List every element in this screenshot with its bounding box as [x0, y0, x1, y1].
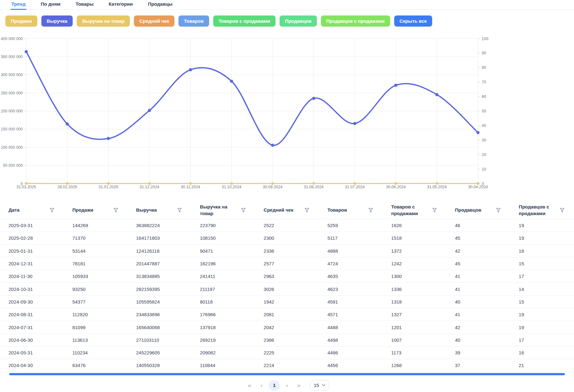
next-page-button[interactable]: ›	[282, 381, 292, 390]
cell-date: 2025-01-31	[0, 248, 64, 254]
cell-value: 21	[510, 363, 574, 368]
filter-funnel-icon[interactable]	[560, 208, 565, 213]
table-row[interactable]: 2024-08-31112820234833896176966208145711…	[0, 308, 574, 321]
left-axis-label: 150 000 000	[1, 127, 23, 131]
chevron-down-icon	[322, 384, 325, 386]
column-header-label: Дата	[9, 207, 20, 213]
column-header-label: Выручка на товар	[200, 204, 239, 217]
filter-funnel-icon[interactable]	[113, 208, 118, 213]
table-row[interactable]: 2024-04-30634761405503281108442214445612…	[0, 359, 574, 372]
data-point-Продажи[interactable]	[25, 182, 27, 185]
table-row[interactable]: 2025-03-31144269363882224223790252252591…	[0, 219, 574, 232]
data-point-Продажи[interactable]	[436, 182, 438, 185]
tab-trend[interactable]: Тренд	[11, 0, 26, 9]
series-toggle-hide-all[interactable]: Скрыть все	[394, 15, 432, 27]
data-point-Выручка[interactable]	[353, 122, 356, 125]
data-point-Продажи[interactable]	[353, 182, 356, 185]
data-point-Выручка[interactable]	[435, 93, 438, 96]
data-point-Продажи[interactable]	[148, 182, 151, 185]
cell-value: 1327	[383, 312, 446, 317]
x-axis-label: 30.06.2024	[386, 185, 406, 189]
series-toggle-sales[interactable]: Продажи	[5, 15, 37, 27]
data-point-Продажи[interactable]	[477, 182, 479, 185]
x-axis-label: 31.05.2024	[427, 185, 447, 189]
cell-value: 209062	[191, 350, 255, 355]
tab-products[interactable]: Товары	[75, 0, 94, 9]
tab-by-days[interactable]: По дням	[40, 0, 61, 9]
data-point-Продажи[interactable]	[189, 182, 192, 185]
cell-value: 211197	[191, 286, 255, 292]
filter-funnel-icon[interactable]	[368, 208, 373, 213]
page-size-select[interactable]: 15	[310, 380, 329, 390]
left-axis-label: 400 000 000	[1, 37, 23, 41]
left-axis-label: 300 000 000	[1, 73, 23, 77]
current-page-button[interactable]: 1	[269, 380, 280, 391]
table-row[interactable]: 2024-11-30105933313834885241411296346351…	[0, 270, 574, 283]
data-point-Выручка[interactable]	[312, 97, 315, 100]
filter-funnel-icon[interactable]	[177, 208, 182, 213]
cell-value: 4571	[319, 312, 383, 317]
cell-value: 3026	[255, 286, 319, 292]
data-point-Продажи[interactable]	[66, 182, 69, 185]
cell-value: 40	[446, 337, 510, 343]
prev-page-button[interactable]: ‹	[257, 381, 266, 390]
tab-categories[interactable]: Категории	[108, 0, 133, 9]
series-toggle-avg-check[interactable]: Средний чек	[134, 15, 174, 27]
table-row[interactable]: 2024-12-31781812014478871621962577472412…	[0, 257, 574, 270]
filter-funnel-icon[interactable]	[305, 208, 309, 213]
cell-value: 45	[446, 235, 510, 241]
filter-funnel-icon[interactable]	[50, 208, 54, 213]
table-row[interactable]: 2024-06-30113613271103110269219238644981…	[0, 334, 574, 347]
column-header-5: Товаров	[319, 205, 383, 215]
data-point-Продажи[interactable]	[395, 182, 397, 185]
cell-value: 80118	[191, 299, 255, 305]
cell-value: 54377	[64, 299, 128, 305]
data-point-Выручка[interactable]	[25, 50, 28, 53]
series-toggle-sellers-with-sales[interactable]: Продавцов с продажами	[321, 15, 390, 27]
cell-value: 46	[446, 223, 510, 228]
cell-value: 1626	[383, 223, 446, 228]
table-body: 2025-03-31144269363882224223790252252591…	[0, 219, 574, 372]
data-point-Выручка[interactable]	[394, 84, 397, 87]
trend-chart[interactable]: 400 000 000350 000 000300 000 000250 000…	[0, 29, 574, 192]
data-point-Продажи[interactable]	[107, 182, 110, 185]
cell-date: 2024-11-30	[0, 274, 64, 279]
series-toggle-revenue-per-product[interactable]: Выручка на товар	[77, 15, 130, 27]
series-toggle-products[interactable]: Товаров	[178, 15, 209, 27]
data-point-Выручка[interactable]	[476, 131, 480, 134]
series-toggle-revenue[interactable]: Выручка	[41, 15, 73, 27]
table-row[interactable]: 2025-02-28713701641718031081502300511715…	[0, 232, 574, 244]
first-page-button[interactable]: «	[245, 381, 254, 390]
series-toggle-sellers[interactable]: Продавцов	[280, 15, 317, 27]
cell-value: 245229605	[128, 350, 191, 355]
x-axis-label: 31.03.2025	[16, 185, 36, 189]
cell-value: 2214	[255, 363, 319, 368]
table-horizontal-scrollbar[interactable]	[9, 373, 565, 375]
table-row[interactable]: 2025-01-31531441241261189047123364888137…	[0, 245, 574, 257]
filter-funnel-icon[interactable]	[432, 208, 437, 213]
table-row[interactable]: 2024-05-31110234245229605209062222544861…	[0, 347, 574, 359]
cell-value: 1300	[383, 274, 446, 279]
data-point-Выручка[interactable]	[66, 123, 69, 126]
data-point-Продажи[interactable]	[312, 182, 315, 185]
cell-value: 2081	[255, 312, 319, 317]
data-point-Продажи[interactable]	[271, 182, 274, 185]
cell-value: 5259	[319, 223, 383, 228]
table-row[interactable]: 2024-10-31932502821593952111973026462313…	[0, 283, 574, 295]
filter-funnel-icon[interactable]	[496, 208, 501, 213]
data-point-Выручка[interactable]	[189, 68, 192, 71]
last-page-button[interactable]: »	[294, 381, 304, 390]
data-point-Выручка[interactable]	[230, 80, 233, 83]
data-point-Продажи[interactable]	[230, 182, 233, 185]
filter-funnel-icon[interactable]	[241, 208, 246, 213]
series-toggle-products-with-sales[interactable]: Товаров с продажами	[213, 15, 276, 27]
cell-value: 90471	[191, 248, 255, 254]
table-row[interactable]: 2024-09-30543771055958248011819424591131…	[0, 296, 574, 308]
data-point-Выручка[interactable]	[271, 144, 274, 147]
tab-sellers[interactable]: Продавцы	[148, 0, 173, 9]
data-point-Выручка[interactable]	[148, 109, 151, 112]
table-row[interactable]: 2024-07-31810991656400681379182042448812…	[0, 321, 574, 334]
cell-value: 137918	[191, 325, 255, 330]
cell-value: 176966	[191, 312, 255, 317]
data-point-Выручка[interactable]	[107, 137, 110, 140]
